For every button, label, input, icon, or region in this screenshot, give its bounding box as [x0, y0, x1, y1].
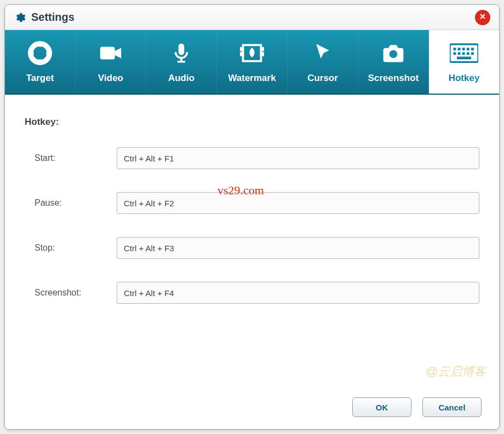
tab-label: Hotkey [449, 73, 480, 84]
hotkey-screenshot-input[interactable]: Ctrl + Alt + F4 [117, 282, 479, 304]
watermark-icon [240, 40, 264, 66]
tab-label: Target [26, 73, 54, 84]
svg-point-8 [390, 50, 398, 59]
ok-button[interactable]: OK [352, 397, 411, 417]
svg-rect-17 [462, 52, 465, 55]
content-panel: Hotkey: Start: Ctrl + Alt + F1 Pause: Ct… [5, 95, 499, 387]
video-icon [98, 40, 123, 66]
screenshot-icon [381, 40, 405, 66]
svg-rect-14 [471, 48, 474, 50]
settings-window: Settings Target Video [4, 4, 500, 430]
footer: OK Cancel [5, 387, 499, 429]
svg-rect-15 [454, 52, 456, 55]
tab-hotkey[interactable]: Hotkey [429, 30, 499, 94]
tab-cursor[interactable]: Cursor [288, 30, 358, 94]
svg-rect-13 [467, 48, 469, 50]
field-label: Pause: [35, 198, 117, 208]
tab-label: Watermark [228, 73, 276, 84]
overlay-url: vs29.com [217, 183, 264, 198]
field-stop: Stop: Ctrl + Alt + F3 [25, 237, 479, 259]
svg-rect-7 [261, 53, 264, 55]
svg-rect-18 [467, 52, 469, 55]
tab-label: Video [98, 73, 123, 84]
svg-rect-5 [241, 53, 243, 55]
target-icon [27, 40, 53, 66]
tab-audio[interactable]: Audio [146, 30, 217, 94]
audio-icon [170, 40, 193, 66]
hotkey-start-input[interactable]: Ctrl + Alt + F1 [117, 147, 479, 169]
svg-rect-6 [261, 48, 264, 50]
tab-screenshot[interactable]: Screenshot [358, 30, 429, 94]
svg-rect-12 [462, 48, 465, 50]
close-button[interactable] [475, 10, 490, 25]
field-label: Start: [35, 153, 117, 163]
cursor-icon [312, 40, 334, 66]
svg-rect-19 [471, 52, 474, 55]
overlay-credit: @云启博客 [426, 363, 486, 380]
gear-icon [14, 11, 26, 24]
svg-rect-20 [457, 57, 471, 60]
field-start: Start: Ctrl + Alt + F1 [25, 147, 479, 169]
titlebar: Settings [5, 5, 499, 30]
hotkey-pause-input[interactable]: Ctrl + Alt + F2 [117, 192, 479, 214]
field-screenshot: Screenshot: Ctrl + Alt + F4 [25, 282, 479, 304]
window-title: Settings [31, 11, 75, 24]
svg-rect-1 [100, 47, 115, 60]
field-label: Screenshot: [35, 288, 117, 298]
svg-rect-10 [454, 48, 456, 50]
tab-label: Audio [168, 73, 194, 84]
svg-rect-16 [458, 52, 461, 55]
svg-rect-4 [241, 48, 243, 50]
close-icon [478, 12, 487, 23]
cancel-button[interactable]: Cancel [422, 397, 482, 417]
svg-rect-2 [179, 44, 185, 55]
tab-watermark[interactable]: Watermark [217, 30, 288, 94]
tabbar: Target Video Audio Watermark Cursor [5, 30, 499, 95]
hotkey-stop-input[interactable]: Ctrl + Alt + F3 [117, 237, 479, 259]
field-label: Stop: [35, 243, 117, 253]
tab-target[interactable]: Target [5, 30, 76, 94]
svg-rect-11 [458, 48, 461, 50]
section-title: Hotkey: [25, 117, 479, 128]
tab-video[interactable]: Video [76, 30, 146, 94]
keyboard-icon [450, 40, 478, 66]
tab-label: Cursor [307, 73, 338, 84]
tab-label: Screenshot [368, 73, 419, 84]
